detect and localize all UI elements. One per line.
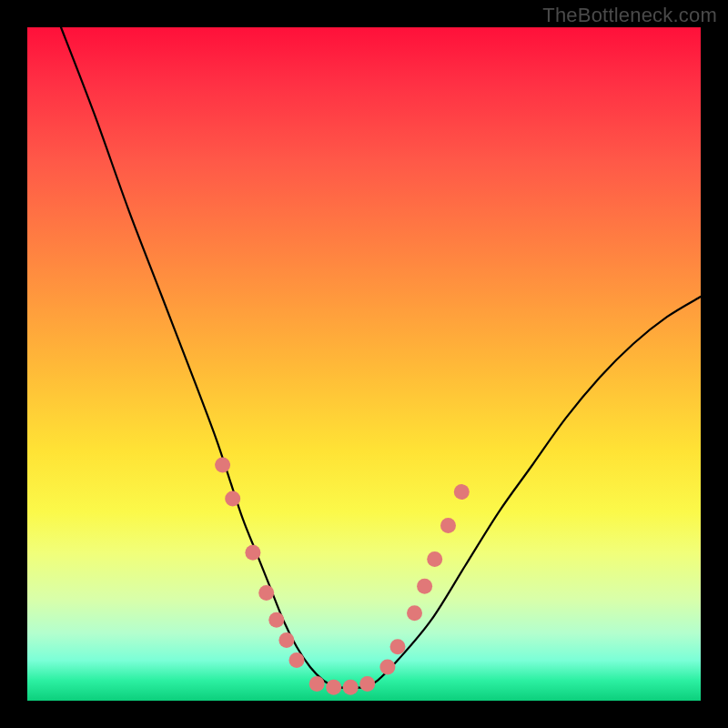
dot-marker	[343, 680, 359, 695]
dot-marker	[258, 585, 274, 601]
dot-marker	[407, 605, 422, 621]
dot-marker	[390, 639, 406, 654]
dot-marker	[278, 632, 294, 648]
dot-marker	[379, 660, 395, 675]
dot-marker	[215, 458, 230, 473]
dot-marker	[440, 518, 456, 533]
dot-marker	[454, 484, 470, 500]
dot-marker	[309, 676, 325, 692]
dot-marker	[268, 612, 284, 628]
dot-marker	[245, 545, 260, 561]
dot-marker	[427, 551, 442, 567]
dot-markers	[215, 458, 470, 695]
bottleneck-curve	[61, 27, 701, 688]
dot-marker	[359, 676, 375, 692]
dot-marker	[417, 579, 432, 594]
chart-svg	[27, 27, 701, 701]
dot-marker	[225, 491, 240, 507]
chart-frame: TheBottleneck.com	[0, 0, 728, 728]
plot-area	[27, 27, 701, 701]
dot-marker	[289, 652, 305, 668]
watermark-text: TheBottleneck.com	[542, 4, 717, 27]
dot-marker	[326, 680, 341, 695]
